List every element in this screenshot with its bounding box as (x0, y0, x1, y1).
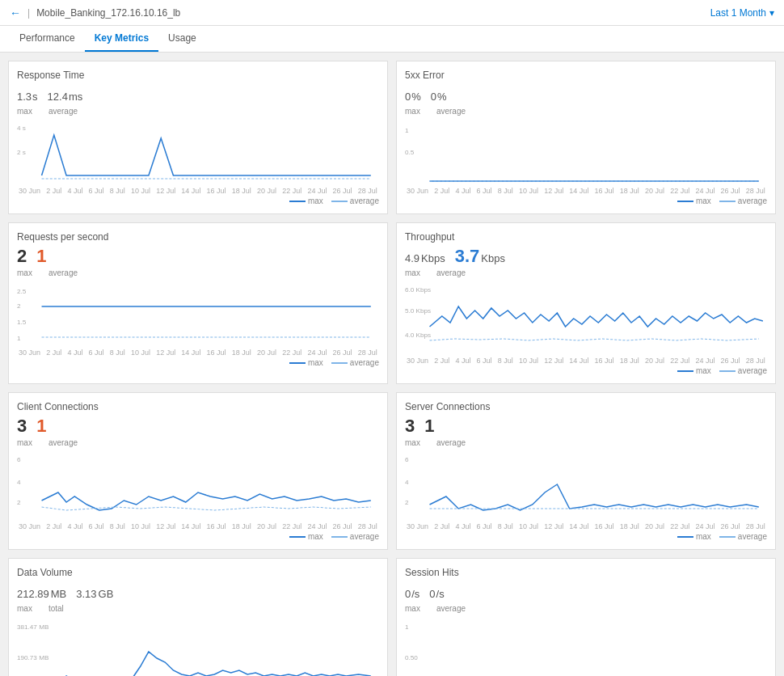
throughput-labels: max average (405, 268, 767, 277)
response-time-values: 1.3s 12.4ms (17, 84, 379, 105)
server-conn-title: Server Connections (405, 401, 767, 412)
data-vol-chart: 381.47 MB 190.73 MB (17, 618, 379, 676)
legend-max-line (677, 370, 693, 372)
server-connections-card: Server Connections 3 1 max average 6 4 2 (396, 392, 776, 550)
response-time-title: Response Time (17, 70, 379, 81)
svg-text:2 s: 2 s (17, 149, 26, 156)
server-conn-chart: 6 4 2 (405, 452, 767, 521)
client-conn-x-labels: 30 Jun2 Jul4 Jul6 Jul8 Jul10 Jul12 Jul14… (17, 522, 379, 530)
client-conn-max: 3 (17, 416, 27, 437)
svg-text:6: 6 (17, 456, 21, 463)
sxx-error-values: 0% 0% (405, 84, 767, 105)
client-conn-title: Client Connections (17, 401, 379, 412)
server-conn-values: 3 1 (405, 416, 767, 437)
rps-title: Requests per second (17, 231, 379, 243)
sxx-error-legend: max average (405, 196, 767, 205)
svg-text:0.50: 0.50 (405, 654, 418, 661)
rps-legend: max average (17, 358, 379, 367)
legend-avg-line (331, 362, 348, 364)
session-hits-card: Session Hits 0/s 0/s max average 1 0.50 (396, 558, 776, 676)
sxx-error-card: 5xx Error 0% 0% max average 0.5 1 (396, 61, 776, 214)
legend-avg-line (331, 536, 348, 538)
response-time-labels: max average (17, 107, 379, 116)
svg-text:1: 1 (405, 623, 409, 631)
throughput-avg: 3.7Kbps (455, 246, 505, 267)
client-conn-chart: 6 4 2 (17, 452, 379, 521)
tab-performance[interactable]: Performance (10, 26, 85, 52)
legend-avg-line (719, 370, 736, 372)
rps-x-labels: 30 Jun2 Jul4 Jul6 Jul8 Jul10 Jul12 Jul14… (17, 349, 379, 357)
page-title: Mobile_Banking_172.16.10.16_lb (36, 7, 180, 19)
data-vol-max: 212.89MB (17, 581, 66, 602)
throughput-max: 4.9Kbps (405, 246, 445, 267)
legend-avg-line (719, 201, 736, 202)
svg-text:1: 1 (405, 127, 409, 134)
svg-text:190.73 MB: 190.73 MB (17, 654, 48, 661)
svg-text:2: 2 (405, 499, 409, 506)
throughput-legend: max average (405, 366, 767, 375)
legend-avg-line (331, 201, 348, 202)
legend-max-line (289, 201, 306, 202)
sxx-error-chart: 0.5 1 (405, 120, 767, 185)
svg-text:6.0 Kbps: 6.0 Kbps (405, 286, 431, 294)
svg-text:2.5: 2.5 (17, 288, 27, 295)
data-vol-labels: max total (17, 604, 379, 613)
legend-avg-line (719, 536, 736, 538)
data-volume-card: Data Volume 212.89MB 3.13GB max total 38… (8, 558, 388, 676)
svg-text:0.5: 0.5 (405, 149, 415, 156)
session-hits-max: 0/s (405, 581, 419, 602)
sxx-error-max: 0% (405, 84, 421, 105)
server-conn-legend: max average (405, 532, 767, 541)
svg-text:2: 2 (17, 499, 21, 506)
server-conn-avg: 1 (424, 416, 434, 437)
svg-text:1.5: 1.5 (17, 319, 27, 326)
throughput-values: 4.9Kbps 3.7Kbps (405, 246, 767, 267)
rps-labels: max average (17, 268, 379, 277)
back-button[interactable]: ← (10, 6, 21, 19)
rps-values: 2 1 (17, 246, 379, 267)
client-connections-card: Client Connections 3 1 max average 6 4 2 (8, 392, 388, 550)
rps-chart: 2.5 2 1.5 1 (17, 282, 379, 347)
throughput-title: Throughput (405, 231, 767, 243)
svg-text:4: 4 (17, 479, 21, 486)
time-range-selector[interactable]: Last 1 Month ▾ (710, 7, 774, 19)
sxx-error-x-labels: 30 Jun2 Jul4 Jul6 Jul8 Jul10 Jul12 Jul14… (405, 187, 767, 195)
server-conn-labels: max average (405, 438, 767, 447)
client-conn-values: 3 1 (17, 416, 379, 437)
svg-text:4 s: 4 s (17, 125, 26, 132)
top-bar-left: ← | Mobile_Banking_172.16.10.16_lb (10, 6, 180, 19)
response-time-max: 1.3s (17, 84, 38, 105)
time-range-label: Last 1 Month (710, 7, 766, 19)
client-conn-labels: max average (17, 438, 379, 447)
svg-text:381.47 MB: 381.47 MB (17, 623, 48, 631)
legend-max-line (289, 362, 306, 364)
main-content: Response Time 1.3s 12.4ms max average 4 … (0, 53, 784, 676)
svg-text:4: 4 (405, 479, 409, 486)
session-hits-chart: 1 0.50 (405, 618, 767, 676)
requests-per-second-card: Requests per second 2 1 max average 2.5 … (8, 222, 388, 384)
nav-tabs: Performance Key Metrics Usage (0, 26, 784, 53)
sxx-error-title: 5xx Error (405, 70, 767, 81)
client-conn-legend: max average (17, 532, 379, 541)
tab-key-metrics[interactable]: Key Metrics (85, 26, 158, 52)
legend-max-line (289, 536, 306, 538)
response-time-chart: 4 s 2 s (17, 120, 379, 185)
rps-avg: 1 (36, 246, 46, 267)
svg-text:4.0 Kbps: 4.0 Kbps (405, 332, 431, 339)
rps-max: 2 (17, 246, 27, 267)
svg-text:2: 2 (17, 302, 21, 310)
server-conn-x-labels: 30 Jun2 Jul4 Jul6 Jul8 Jul10 Jul12 Jul14… (405, 522, 767, 530)
tab-usage[interactable]: Usage (158, 26, 206, 52)
data-vol-title: Data Volume (17, 567, 379, 578)
svg-text:1: 1 (17, 335, 21, 342)
data-vol-total: 3.13GB (76, 581, 113, 602)
throughput-card: Throughput 4.9Kbps 3.7Kbps max average 6… (396, 222, 776, 384)
sxx-error-labels: max average (405, 107, 767, 116)
client-conn-avg: 1 (36, 416, 46, 437)
session-hits-title: Session Hits (405, 567, 767, 578)
chevron-down-icon: ▾ (769, 7, 774, 19)
top-bar: ← | Mobile_Banking_172.16.10.16_lb Last … (0, 0, 784, 26)
throughput-chart: 6.0 Kbps 5.0 Kbps 4.0 Kbps (405, 282, 767, 355)
throughput-x-labels: 30 Jun2 Jul4 Jul6 Jul8 Jul10 Jul12 Jul14… (405, 357, 767, 365)
svg-text:5.0 Kbps: 5.0 Kbps (405, 307, 431, 315)
